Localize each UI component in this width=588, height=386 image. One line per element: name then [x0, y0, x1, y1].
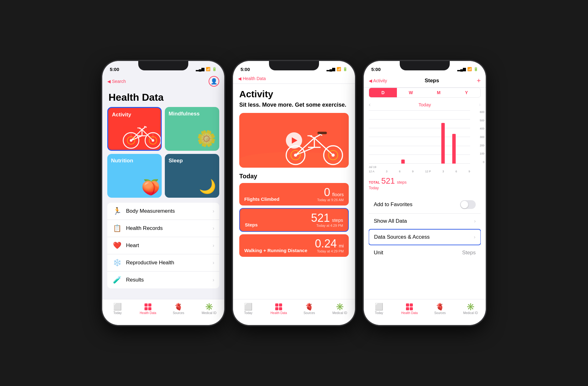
notch-3: [400, 61, 450, 70]
tab-healthdata-label-3: Health Data: [401, 311, 418, 315]
flights-value-row: 0 floors: [317, 187, 344, 198]
total-unit: steps: [397, 180, 407, 185]
tab-healthdata-2[interactable]: Health Data: [264, 299, 294, 319]
phone-2: 5:00 ▂▄▆ 📶 🔋 ◀ Health Data Activity Sit …: [233, 61, 355, 325]
nutrition-icon: 🍑: [141, 179, 160, 196]
tab-sources-label-1: Sources: [173, 311, 184, 315]
results-label: Results: [126, 277, 208, 283]
category-nutrition[interactable]: Nutrition 🍑: [107, 154, 162, 198]
datasources-label: Data Sources & Access: [374, 234, 430, 240]
x-label-6pm: 6: [455, 170, 457, 173]
list-results[interactable]: 🧪 Results ›: [107, 272, 219, 288]
play-triangle-icon: [292, 137, 297, 144]
tab-today-3[interactable]: ⬜ Today: [364, 299, 394, 319]
distance-label: Walking + Running Distance: [244, 248, 307, 253]
tab-healthdata-1[interactable]: Health Data: [133, 299, 164, 319]
category-nutrition-label: Nutrition: [111, 158, 158, 164]
settings-alldata[interactable]: Show All Data ›: [369, 214, 481, 229]
list-body[interactable]: 🏃 Body Measurements ›: [107, 203, 219, 220]
date-label: Today: [418, 102, 431, 107]
category-mindfulness[interactable]: Mindfulness 🌼: [165, 107, 219, 151]
chart-date-label: Jul 19: [369, 165, 376, 169]
period-tab-d[interactable]: D: [369, 88, 397, 97]
sources-icon-2: 🫀: [305, 303, 313, 310]
list-reproductive[interactable]: ❄️ Reproductive Health ›: [107, 254, 219, 272]
total-row: TOTAL 521 steps Today: [364, 174, 486, 193]
battery-icon-1: 🔋: [212, 67, 217, 71]
y-label-500: 500: [480, 119, 484, 122]
chart-line-1: [369, 110, 470, 111]
healthdata-icon-2: [275, 303, 282, 310]
tab-sources-2[interactable]: 🫀 Sources: [294, 299, 325, 319]
metric-distance[interactable]: Walking + Running Distance 0.24 mi Today…: [239, 234, 349, 257]
y-label-400: 400: [480, 127, 484, 130]
steps-value-container: 521 steps Today at 4:29 PM: [311, 212, 343, 227]
settings-unit[interactable]: Unit Steps: [369, 245, 481, 260]
tab-sources-1[interactable]: 🫀 Sources: [163, 299, 194, 319]
tab-medicalid-label-2: Medical ID: [332, 311, 347, 315]
flights-value-container: 0 floors Today at 9:26 AM: [317, 187, 344, 202]
nav-back-2[interactable]: ◀ Health Data: [238, 76, 350, 81]
tab-medicalid-1[interactable]: ✳️ Medical ID: [194, 299, 225, 319]
steps-value-row: 521 steps: [311, 212, 343, 224]
healthdata-icon-1: [144, 303, 151, 310]
wifi-icon-1: 📶: [206, 67, 210, 71]
profile-icon-1[interactable]: 👤: [209, 76, 219, 87]
tab-sources-3[interactable]: 🫀 Sources: [425, 299, 455, 319]
chart-bar-tall: [441, 123, 445, 164]
date-next-btn[interactable]: ›: [479, 101, 481, 108]
x-label-12a: 12 A: [369, 170, 374, 173]
tab-today-label-1: Today: [113, 311, 122, 315]
category-grid: Activity: [102, 107, 224, 203]
tab-healthdata-3[interactable]: Health Data: [394, 299, 425, 319]
status-time-2: 5:00: [241, 67, 250, 72]
reproductive-icon: ❄️: [112, 259, 122, 267]
period-tab-y[interactable]: Y: [453, 88, 480, 97]
svg-line-8: [131, 136, 142, 140]
nav-title-3: Steps: [425, 78, 439, 84]
body-chevron: ›: [213, 208, 214, 214]
list-records[interactable]: 📋 Health Records ›: [107, 220, 219, 237]
play-button[interactable]: [286, 132, 302, 149]
status-time-1: 5:00: [110, 67, 119, 72]
health-data-title: Health Data: [109, 92, 218, 103]
alldata-label: Show All Data: [374, 218, 407, 224]
period-tab-m[interactable]: M: [425, 88, 453, 97]
category-sleep[interactable]: Sleep 🌙: [165, 154, 219, 198]
signal-icon-3: ▂▄▆: [457, 67, 466, 71]
nav-back-1[interactable]: ◀ Search: [107, 79, 126, 84]
favorites-toggle[interactable]: [460, 200, 476, 209]
nav-back-3[interactable]: ◀ Activity: [369, 78, 387, 83]
nav-plus-3[interactable]: +: [477, 77, 481, 85]
status-icons-3: ▂▄▆ 📶 🔋: [457, 67, 478, 71]
signal-icon-2: ▂▄▆: [327, 67, 335, 71]
tab-today-1[interactable]: ⬜ Today: [102, 299, 133, 319]
category-activity[interactable]: Activity: [107, 107, 162, 151]
toggle-knob: [461, 201, 468, 208]
list-heart[interactable]: ❤️ Heart ›: [107, 237, 219, 254]
period-tab-w[interactable]: W: [397, 88, 425, 97]
date-prev-btn[interactable]: ‹: [369, 101, 371, 108]
nav-bar-1: ◀ Search 👤: [102, 75, 224, 89]
tab-medicalid-3[interactable]: ✳️ Medical ID: [455, 299, 486, 319]
metric-steps[interactable]: Steps 521 steps Today at 4:29 PM: [239, 208, 349, 232]
settings-favorites[interactable]: Add to Favorites: [369, 196, 481, 214]
metric-flights[interactable]: Flights Climbed 0 floors Today at 9:26 A…: [239, 183, 349, 206]
tab-today-label-2: Today: [244, 311, 252, 315]
battery-icon-3: 🔋: [474, 67, 478, 71]
health-list: 🏃 Body Measurements › 📋 Health Records ›…: [107, 203, 219, 288]
records-chevron: ›: [213, 226, 214, 231]
svg-line-5: [142, 130, 153, 140]
tab-today-2[interactable]: ⬜ Today: [233, 299, 264, 319]
activity-video-card[interactable]: [239, 113, 349, 168]
heart-icon: ❤️: [112, 241, 122, 250]
steps-label: Steps: [245, 222, 258, 227]
medicalid-icon-3: ✳️: [466, 303, 475, 310]
settings-datasources[interactable]: Data Sources & Access ›: [369, 229, 481, 245]
flights-number: 0: [324, 186, 330, 199]
tab-medicalid-2[interactable]: ✳️ Medical ID: [325, 299, 355, 319]
x-label-3: 3: [386, 170, 388, 173]
unit-label: Unit: [374, 250, 383, 256]
phone-1: 5:00 ▂▄▆ 📶 🔋 ◀ Search 👤 Health Data: [102, 61, 224, 325]
activity-title: Activity: [239, 89, 349, 99]
